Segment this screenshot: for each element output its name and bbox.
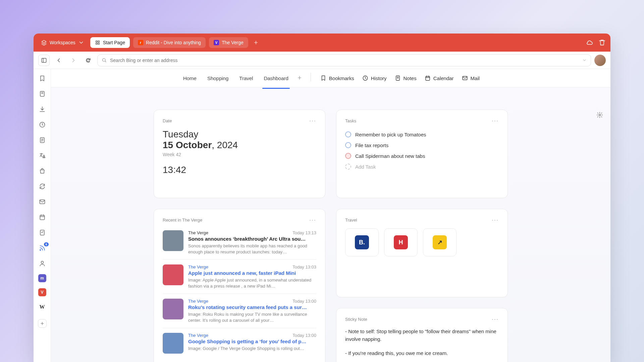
feed-source: The Verge	[188, 230, 208, 235]
travel-tile-expedia[interactable]: ↗	[423, 228, 457, 256]
sidebar-app-vivaldi[interactable]: V	[38, 288, 46, 296]
card-more[interactable]: ···	[309, 217, 316, 224]
quick-history[interactable]: History	[359, 73, 390, 84]
svg-point-13	[41, 261, 43, 263]
task-item[interactable]: Call Spiderman about new tabs	[345, 150, 499, 161]
sidebar-bookmarks[interactable]	[38, 74, 47, 83]
card-more[interactable]: ···	[492, 217, 499, 224]
chevron-down-icon[interactable]	[582, 58, 587, 62]
notes-icon	[39, 137, 46, 143]
tab-verge[interactable]: V The Verge	[209, 37, 248, 48]
title-bar: Workspaces Start Page r Reddit - Dive in…	[34, 34, 610, 52]
feed-thumb	[163, 299, 183, 319]
forward-button[interactable]	[68, 55, 79, 66]
mail-icon	[39, 198, 46, 205]
sidebar-app-mastodon[interactable]: m	[38, 274, 46, 282]
panel-toggle-button[interactable]	[38, 55, 50, 66]
travel-tile-hotels[interactable]: H	[384, 228, 418, 256]
sync-icon	[39, 183, 46, 190]
feed-source[interactable]: The Verge	[188, 333, 208, 338]
cloud-icon[interactable]	[586, 39, 593, 46]
trash-icon[interactable]	[598, 39, 606, 46]
feed-body: The VergeToday 13:03 Apple just announce…	[188, 264, 316, 289]
feed-source[interactable]: The Verge	[188, 264, 208, 269]
feed-body: The VergeToday 13:00 Google Shopping is …	[188, 333, 316, 354]
quick-bookmarks[interactable]: Bookmarks	[317, 73, 358, 84]
history-icon	[362, 75, 368, 81]
subtab-add[interactable]	[294, 73, 305, 83]
sticky-note-card: Sticky Note ··· - Note to self: Stop tel…	[336, 308, 508, 362]
task-item[interactable]: File tax reports	[345, 140, 499, 150]
sidebar-notes[interactable]	[38, 135, 47, 145]
travel-tile-booking[interactable]: B.	[345, 228, 379, 256]
subtab-travel[interactable]: Travel	[234, 73, 258, 84]
feed-title[interactable]: Roku’s rotating security camera feed put…	[188, 304, 316, 310]
task-add[interactable]: Add Task	[345, 161, 499, 172]
card-more[interactable]: ···	[309, 117, 316, 124]
checkbox-icon[interactable]	[345, 131, 351, 137]
feed-title[interactable]: Apple just announced a new, faster iPad …	[188, 270, 316, 276]
quick-calendar[interactable]: Calendar	[421, 73, 457, 84]
checkbox-icon[interactable]	[345, 142, 351, 148]
sidebar-shopping[interactable]	[38, 166, 47, 176]
gear-icon[interactable]	[596, 112, 603, 118]
search-icon	[102, 58, 107, 63]
quick-notes[interactable]: Notes	[391, 73, 420, 84]
sidebar-sync[interactable]	[38, 182, 47, 191]
sidebar-add-panel[interactable]	[38, 319, 47, 328]
card-more[interactable]: ···	[492, 316, 499, 323]
card-title: Recent in The Verge	[163, 218, 202, 223]
subtab-dashboard[interactable]: Dashboard	[259, 73, 293, 84]
calendar-icon	[425, 75, 431, 81]
feed-item[interactable]: The VergeToday 13:13 Sonos announces ‘br…	[163, 228, 316, 259]
new-tab-button[interactable]	[252, 38, 260, 47]
svg-rect-3	[98, 43, 99, 44]
feed-title[interactable]: Sonos announces ‘breakthrough’ Arc Ultra…	[188, 236, 316, 242]
sidebar-tasks[interactable]	[38, 228, 47, 237]
sidebar-mail[interactable]	[38, 197, 47, 206]
note-body[interactable]: - Note to self: Stop telling people to "…	[345, 327, 499, 357]
subtab-shopping[interactable]: Shopping	[203, 73, 233, 84]
sidebar-app-wikipedia[interactable]: W	[38, 302, 47, 312]
svg-rect-4	[42, 58, 46, 62]
feed-body: The VergeToday 13:13 Sonos announces ‘br…	[188, 230, 316, 255]
feed-thumb	[163, 264, 183, 285]
tab-start-page[interactable]: Start Page	[90, 37, 130, 48]
book-icon	[39, 90, 46, 97]
sidebar-calendar[interactable]	[38, 213, 47, 222]
sidebar-contacts[interactable]	[38, 259, 47, 268]
sidebar-translate[interactable]	[38, 151, 47, 160]
workspaces-button[interactable]: Workspaces	[38, 38, 87, 48]
workspaces-label: Workspaces	[50, 40, 75, 45]
bookmark-icon	[39, 75, 46, 82]
back-button[interactable]	[53, 55, 64, 66]
date-full: 15 October, 2024	[163, 140, 316, 150]
grid-icon	[95, 40, 100, 45]
feed-card: Recent in The Verge ··· The VergeToday 1…	[154, 209, 325, 362]
sidebar-downloads[interactable]	[38, 105, 47, 114]
sidebar-reading-list[interactable]	[38, 89, 47, 99]
tile-icon: B.	[355, 235, 369, 249]
reload-button[interactable]	[83, 55, 94, 66]
download-icon	[39, 106, 46, 113]
feed-source[interactable]: The Verge	[188, 299, 208, 304]
reddit-icon: r	[138, 40, 143, 45]
sidebar-history[interactable]	[38, 120, 47, 129]
checkbox-icon[interactable]	[345, 153, 351, 159]
subtab-home[interactable]: Home	[178, 73, 201, 84]
tile-icon: H	[394, 235, 408, 249]
avatar[interactable]	[594, 55, 606, 66]
address-bar[interactable]	[97, 54, 591, 66]
feed-item[interactable]: The VergeToday 13:03 Apple just announce…	[163, 259, 316, 294]
quick-mail[interactable]: Mail	[459, 73, 483, 84]
feed-item[interactable]: The VergeToday 13:00 Roku’s rotating sec…	[163, 294, 316, 328]
sidebar-feeds[interactable]: 6	[38, 243, 47, 253]
feed-item[interactable]: The VergeToday 13:00 Google Shopping is …	[163, 328, 316, 358]
feed-desc: Image: Apple Apple just announced, in a …	[188, 277, 316, 289]
translate-icon	[39, 152, 46, 159]
card-more[interactable]: ···	[492, 117, 499, 124]
task-item[interactable]: Remember to pick up Tomatoes	[345, 129, 499, 140]
feed-title[interactable]: Google Shopping is getting a ‘for you’ f…	[188, 339, 316, 344]
address-input[interactable]	[110, 58, 579, 63]
tab-reddit[interactable]: r Reddit - Dive into anything	[133, 37, 206, 48]
